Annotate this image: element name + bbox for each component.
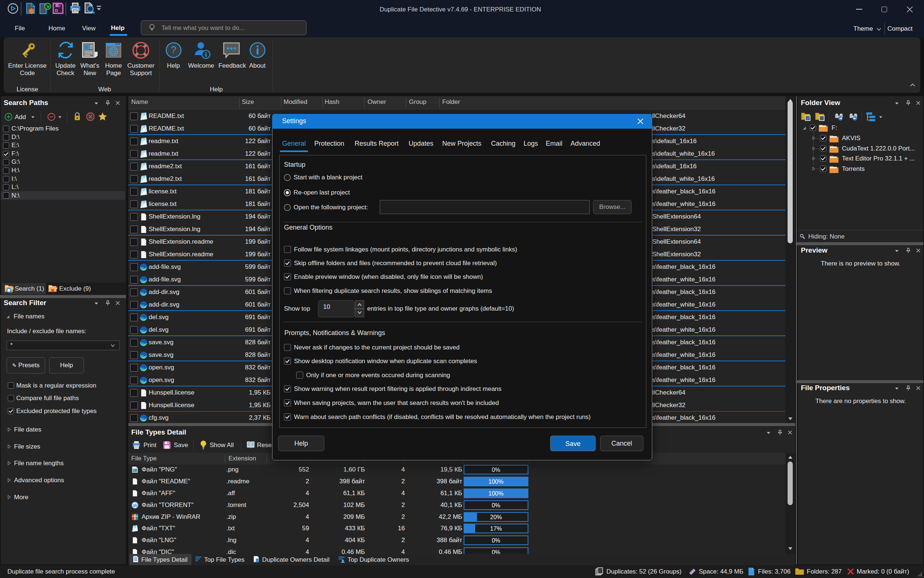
svg-text:?: ? <box>171 44 177 55</box>
